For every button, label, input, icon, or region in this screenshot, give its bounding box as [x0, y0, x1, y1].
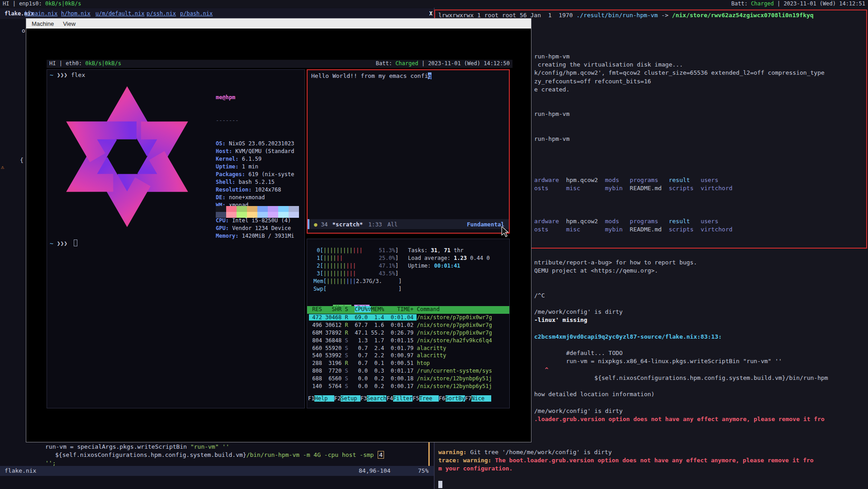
process-row[interactable]: 660 55920 S 0.7 2.4 0:01.79 alacritty — [309, 345, 509, 352]
fkey-label[interactable]: Search — [367, 395, 386, 402]
tab-p-bash-nix[interactable]: p/bash.nix — [180, 9, 213, 18]
text-segment: 0.7 0.1 0:00.51 — [348, 360, 417, 366]
menu-machine[interactable]: Machine — [32, 20, 54, 27]
fkey-F3[interactable]: F3 — [360, 395, 367, 402]
vm-battery-status: Charged — [395, 60, 418, 67]
qemu-window[interactable]: Machine View HI | eth0: 0kB/s|0kB/s Batt… — [26, 18, 531, 442]
process-row[interactable]: 496 30612 R 67.7 1.6 0:01.02 /nix/store/… — [309, 321, 509, 329]
text-segment: 288 3196 — [309, 360, 345, 366]
text-segment: Tasks: — [408, 247, 431, 254]
process-row[interactable]: 68M 37892 R 47.1 55.2 0:26.79 /nix/store… — [309, 329, 509, 337]
shell-prompt[interactable]: ~ ❯❯❯ — [50, 240, 77, 247]
text-segment: /nix/store/12bynbp6y51j — [417, 375, 492, 382]
fkey-label[interactable]: Tree — [419, 395, 439, 402]
text-segment: Mem[ — [313, 278, 327, 284]
process-row[interactable]: 140 5764 S 0.0 0.2 0:00.17 /nix/store/12… — [309, 383, 509, 390]
text-segment: S — [345, 352, 348, 359]
text-segment: ${self.nixosConfigurations.hpm.config.sy… — [534, 374, 828, 381]
process-row[interactable]: 688 6560 S 0.0 0.2 0:00.18 /nix/store/12… — [309, 375, 509, 383]
tab-h-main-nix[interactable]: h/main.nix — [25, 9, 57, 18]
palette-swatch — [268, 212, 278, 218]
text-segment: /nix/store/12bynbp6y51j — [417, 383, 492, 389]
fetch-label: GPU: — [216, 225, 232, 231]
vm-terminal-window[interactable]: ~ ❯❯❯ flex me@hpm ------- — [47, 69, 305, 408]
tab-h-hpm-nix[interactable]: h/hpm.nix — [61, 9, 90, 18]
text-segment: ${self.nixosConfigurations.hpm.config.sy… — [55, 451, 247, 458]
text-segment: misc — [566, 226, 605, 233]
vm-bar-left: HI | eth0: 0kB/s|0kB/s — [49, 60, 121, 68]
vm-separator: | — [56, 60, 66, 67]
fkey-label[interactable]: Help — [314, 395, 334, 402]
fkey-F4[interactable]: F4 — [386, 395, 393, 402]
modeline-position: 1:33 — [368, 221, 382, 228]
text-segment: mods — [605, 218, 630, 225]
prompt-arrows: ❯❯❯ — [53, 72, 71, 78]
palette-swatch — [226, 212, 237, 218]
fetch-label: Packages: — [216, 171, 248, 177]
fetch-label: Memory: — [216, 233, 242, 239]
prompt-command: flex — [71, 72, 85, 78]
process-row[interactable]: 472 30468 R 69.0 1.4 0:01.04 /nix/store/… — [309, 314, 509, 321]
text-segment: hpm.qcow2 — [566, 218, 605, 225]
emacs-buffer-text: Hello World!! from my emacs config — [311, 72, 432, 79]
process-row[interactable]: 808 7720 S 0.0 0.3 0:01.17 /run/current-… — [309, 367, 509, 375]
text-segment: ||||||| — [323, 270, 346, 277]
memory-meter: Mem[|||||||||2.37G/3. ] — [313, 278, 402, 285]
fkey-F7[interactable]: F7 — [465, 395, 471, 402]
fkey-label[interactable]: SortBy — [446, 395, 465, 402]
fetch-field: Packages: 619 (nix-syste — [216, 171, 294, 178]
vm-emacs-window[interactable]: Hello World!! from my emacs config ● 34 … — [307, 69, 510, 234]
text-segment: Git tree '/home/me/work/config' is dirty — [467, 449, 612, 455]
terminal-line: warning: Git tree '/home/me/work/config'… — [435, 448, 868, 457]
fkey-F6[interactable]: F6 — [439, 395, 445, 402]
host-bar-right: Batt: Charged | 2023-11-01 (Wed) 14:12:5… — [731, 0, 865, 8]
fkey-label[interactable]: Setup — [341, 395, 360, 402]
text-segment: users — [701, 177, 718, 183]
htop-summary: Tasks: 31, 71 thrLoad average: 1.23 0.44… — [408, 247, 490, 270]
swap-meter: Swp[ ] — [313, 285, 402, 293]
fkey-F1[interactable]: F1 — [308, 395, 314, 402]
tab-p-ssh-nix[interactable]: p/ssh.nix — [147, 9, 176, 18]
fetch-field: OS: NixOS 23.05.20231023 — [216, 140, 294, 148]
host-status-bar: HI | enp1s0: 0kB/s|0kB/s Batt: Charged |… — [0, 0, 868, 8]
text-segment: thr — [451, 247, 464, 254]
text-segment: S — [345, 345, 348, 351]
text-segment — [460, 457, 463, 464]
tab-u-m-default-nix[interactable]: u/m/default.nix — [95, 9, 144, 18]
fkey-label[interactable]: Nice — [471, 395, 491, 402]
fkey-label[interactable]: Filter — [393, 395, 413, 402]
palette-swatch — [237, 206, 247, 212]
text-segment: S — [345, 368, 348, 374]
process-row[interactable]: 540 53992 S 0.7 2.2 0:00.97 alacritty — [309, 352, 509, 360]
htop-summary-line: Load average: 1.23 0.44 0 — [408, 254, 490, 262]
process-row-numbers: 804 36848 S 1.3 1.7 0:01.15 — [309, 337, 417, 344]
terminal-cursor — [74, 240, 77, 246]
text-segment: 496 30612 — [309, 322, 345, 328]
text-segment: 660 55920 — [309, 345, 345, 351]
text-segment: ||| — [346, 278, 356, 284]
process-row[interactable]: 288 3196 R 0.7 0.1 0:00.51 htop — [309, 360, 509, 367]
prompt-arrows: ❯❯❯ — [53, 240, 71, 247]
menu-view[interactable]: View — [63, 20, 76, 27]
process-row-numbers: 808 7720 S 0.0 0.3 0:01.17 — [309, 368, 417, 374]
fetch-field: DE: none+xmonad — [216, 194, 294, 201]
text-segment: 47.1% — [379, 263, 395, 269]
fkey-F2[interactable]: F2 — [334, 395, 341, 402]
text-segment — [362, 247, 379, 254]
window-edge-indicator — [428, 441, 430, 466]
text-segment: e created. — [534, 86, 569, 93]
text-segment: |||||| — [327, 278, 346, 284]
text-segment: 688 6560 — [309, 375, 345, 382]
vm-hostname: HI — [49, 60, 56, 67]
vm-htop-window[interactable]: 0[|||||||||||| 51.3%] 1[|||||| 25.0%] 2[… — [307, 239, 510, 408]
text-segment: programs — [630, 177, 669, 183]
text-segment: ^ — [534, 366, 548, 373]
fkey-F5[interactable]: F5 — [413, 395, 419, 402]
process-row[interactable]: 804 36848 S 1.3 1.7 0:01.15 /nix/store/h… — [309, 337, 509, 345]
palette-swatch — [278, 212, 289, 218]
fetch-value: 1420MiB / 3931Mi — [242, 233, 294, 239]
tab-close-button[interactable]: X — [429, 9, 432, 18]
fetch-value: 6.1.59 — [242, 156, 261, 162]
palette-swatch — [247, 212, 257, 218]
htop-column-header[interactable]: RES SHR S CPU%▽MEM% TIME+ Command — [307, 306, 509, 314]
